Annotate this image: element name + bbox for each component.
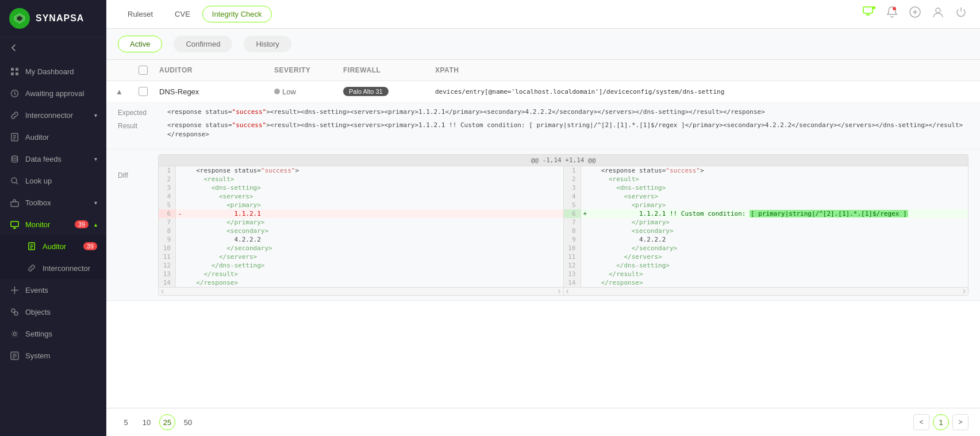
sub-tab-active[interactable]: Active (118, 36, 162, 52)
sidebar-item-auditor-sub[interactable]: Auditor 39 (0, 235, 106, 257)
sidebar-item-auditor-top[interactable]: Auditor (0, 126, 106, 148)
page-size-50[interactable]: 50 (180, 414, 196, 430)
line-number: 10 (564, 244, 581, 253)
pagination-prev-button[interactable]: < (913, 414, 929, 430)
line-number: 4 (564, 192, 581, 201)
select-all-checkbox[interactable] (139, 66, 148, 75)
line-prefix (176, 278, 184, 287)
line-content: <result> (589, 175, 969, 183)
diff-scroll-right-icon[interactable]: › (558, 286, 560, 296)
pagination-next-button[interactable]: > (952, 414, 969, 430)
sidebar-item-interconnector[interactable]: Interconnector ▾ (0, 104, 106, 126)
events-icon (9, 285, 20, 295)
line-prefix (581, 235, 589, 244)
line-number: 6 (564, 209, 581, 218)
sidebar-item-system-label: System (25, 351, 97, 360)
diff-scrollbar-area[interactable]: ‹ › ‹ › (159, 287, 968, 295)
line-prefix: - (176, 209, 184, 218)
svg-rect-3 (16, 68, 18, 71)
monitor-display-icon[interactable] (863, 6, 877, 20)
row-checkbox[interactable] (139, 87, 148, 96)
table-row[interactable]: ▲ DNS-Regex Low Palo Alto 31 devices/ent (106, 81, 980, 102)
diff-line: 12 </dns-setting> (159, 261, 563, 270)
pagination-current-page[interactable]: 1 (933, 414, 949, 430)
sub-tab-confirmed[interactable]: Confirmed (174, 36, 232, 52)
sidebar-item-settings-label: Settings (25, 330, 97, 338)
svg-rect-10 (11, 202, 18, 206)
sidebar-item-monitor-label: Monitor (25, 220, 69, 229)
diff-line: 12 </dns-setting> (564, 261, 969, 270)
line-prefix (176, 227, 184, 235)
sidebar-item-awaiting-approval[interactable]: Awaiting approval (0, 82, 106, 104)
sidebar-item-events[interactable]: Events (0, 279, 106, 301)
line-content: 1.1.2.1 (184, 209, 563, 218)
power-icon[interactable] (955, 6, 969, 20)
diff-line: 2 <result> (159, 175, 563, 183)
page-size-5[interactable]: 5 (118, 414, 134, 430)
line-prefix (581, 227, 589, 235)
sidebar-item-my-dashboard[interactable]: My Dashboard (0, 60, 106, 82)
line-content: </result> (184, 270, 563, 278)
diff-scroll-left-icon[interactable]: ‹ (161, 286, 164, 296)
line-number: 11 (564, 253, 581, 261)
sidebar-item-data-feeds[interactable]: Data feeds ▾ (0, 148, 106, 170)
sidebar-item-monitor[interactable]: Monitor 39 ▴ (0, 213, 106, 235)
line-prefix (176, 192, 184, 201)
settings-icon (9, 328, 20, 339)
line-content: <servers> (589, 192, 969, 201)
diff-line: 5 <primary> (564, 201, 969, 209)
sidebar-item-awaiting-approval-label: Awaiting approval (25, 89, 97, 98)
sidebar-item-interconnector-sub[interactable]: Interconnector (0, 257, 106, 279)
toolbox-icon (9, 197, 20, 208)
top-tabs: Ruleset CVE Integrity Check (106, 0, 980, 29)
page-size-25[interactable]: 25 (159, 414, 175, 430)
database-icon (9, 154, 20, 164)
sidebar-item-toolbox[interactable]: Toolbox ▾ (0, 192, 106, 213)
bottom-section: 5 10 25 50 < 1 > (106, 408, 980, 436)
detail-section: Expected <response status="success"><res… (106, 102, 980, 150)
sidebar-item-toolbox-label: Toolbox (25, 198, 89, 207)
line-content: <servers> (184, 192, 563, 201)
line-prefix (581, 166, 589, 175)
sidebar-item-objects[interactable]: Objects (0, 301, 106, 323)
th-auditor: Auditor (159, 66, 274, 74)
sidebar-item-settings[interactable]: Settings (0, 323, 106, 345)
notification-icon[interactable] (886, 6, 900, 20)
sidebar-item-auditor-sub-label: Auditor (43, 242, 78, 251)
line-number: 9 (159, 235, 176, 244)
user-icon[interactable] (932, 6, 946, 20)
result-value: <response status="success"><result><dns-… (167, 121, 969, 140)
line-prefix (581, 175, 589, 183)
line-number: 3 (564, 183, 581, 192)
line-content: <result> (184, 175, 563, 183)
tab-cve[interactable]: CVE (165, 6, 200, 22)
page-size-10[interactable]: 10 (139, 414, 155, 430)
row-firewall: Palo Alto 31 (343, 87, 435, 96)
diff-scroll-right2-icon[interactable]: › (963, 286, 966, 296)
monitor-badge: 39 (75, 220, 89, 228)
sidebar-item-auditor-top-label: Auditor (25, 133, 97, 141)
sidebar-item-system[interactable]: System (0, 345, 106, 366)
row-expand-icon[interactable]: ▲ (116, 87, 139, 96)
diff-header-bar: @@ -1,14 +1,14 @@ (159, 155, 968, 166)
tab-ruleset[interactable]: Ruleset (118, 6, 163, 22)
sidebar-back-button[interactable] (0, 37, 106, 58)
sub-tab-history[interactable]: History (244, 36, 291, 52)
diff-line: 10 </secondary> (159, 244, 563, 253)
tab-integrity-check[interactable]: Integrity Check (202, 6, 272, 22)
line-content: </servers> (184, 253, 563, 261)
line-prefix (581, 261, 589, 270)
line-content: <primary> (184, 201, 563, 209)
svg-rect-5 (16, 72, 18, 75)
diff-line: 9 4.2.2.2 (564, 235, 969, 244)
topbar-icons (863, 6, 969, 20)
page-size-buttons: 5 10 25 50 (118, 414, 196, 430)
add-icon[interactable] (909, 6, 923, 20)
diff-line: 1 <response status="success"> (159, 166, 563, 175)
diff-line: 6+ 1.1.2.1 !! Custom condition: [ primar… (564, 209, 969, 218)
diff-scroll-left2-icon[interactable]: ‹ (566, 286, 569, 296)
diff-line: 3 <dns-setting> (564, 183, 969, 192)
sidebar-item-look-up[interactable]: Look up (0, 170, 106, 192)
line-content: </response> (589, 278, 969, 287)
th-checkbox-wrapper (139, 66, 159, 75)
